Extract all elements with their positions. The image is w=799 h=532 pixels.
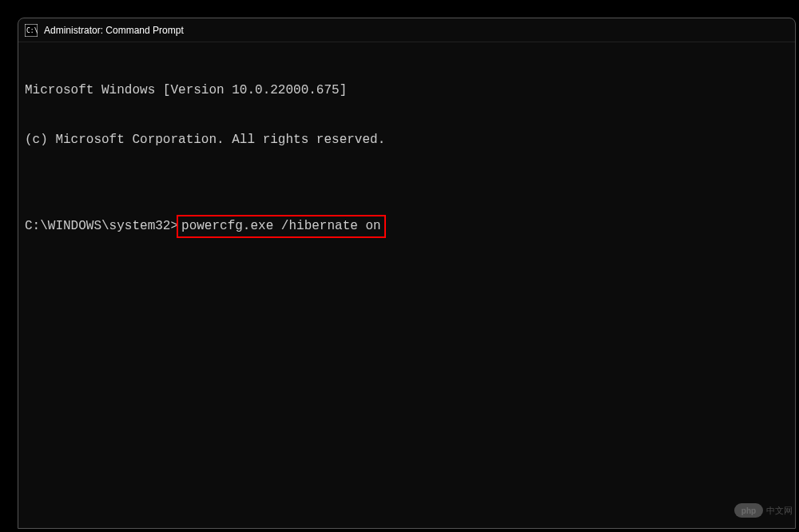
command-prompt-window: C:\ Administrator: Command Prompt Micros…	[18, 18, 796, 529]
svg-text:C:\: C:\	[26, 27, 38, 34]
window-title: Administrator: Command Prompt	[44, 25, 184, 36]
version-line: Microsoft Windows [Version 10.0.22000.67…	[25, 82, 789, 99]
typed-command: powercfg.exe /hibernate on	[181, 219, 381, 233]
watermark-logo: php	[734, 503, 763, 518]
watermark-text: 中文网	[766, 505, 793, 517]
terminal-output[interactable]: Microsoft Windows [Version 10.0.22000.67…	[18, 42, 795, 277]
prompt-path: C:\WINDOWS\system32>	[25, 218, 178, 235]
command-highlight: powercfg.exe /hibernate on	[177, 215, 386, 238]
cmd-icon: C:\	[25, 24, 38, 37]
copyright-line: (c) Microsoft Corporation. All rights re…	[25, 132, 789, 149]
titlebar[interactable]: C:\ Administrator: Command Prompt	[18, 18, 795, 42]
watermark: php 中文网	[734, 503, 793, 518]
prompt-line: C:\WINDOWS\system32>powercfg.exe /hibern…	[25, 215, 789, 238]
